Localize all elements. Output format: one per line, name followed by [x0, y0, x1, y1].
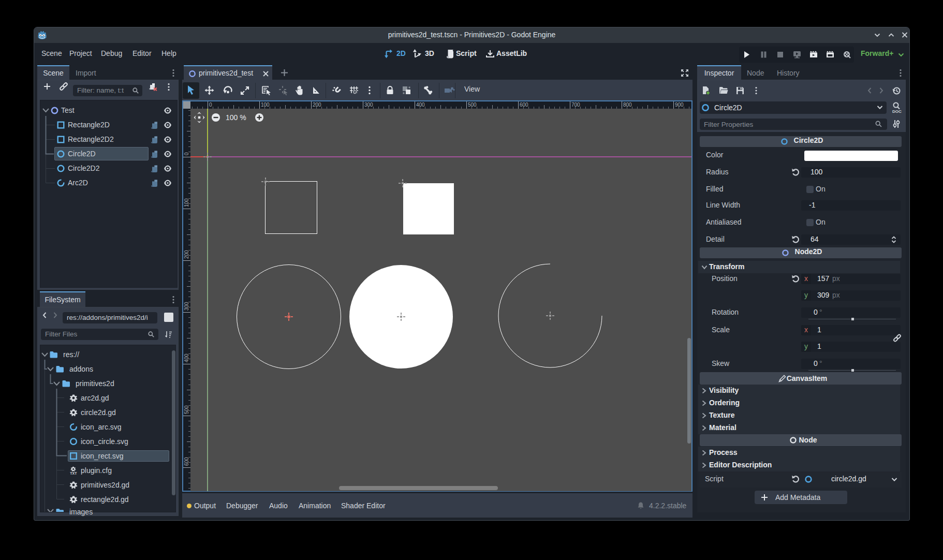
svg-text:100 %: 100 % — [226, 113, 246, 122]
svg-text:600: 600 — [184, 457, 189, 466]
svg-text:800: 800 — [623, 102, 632, 108]
svg-text:400: 400 — [184, 353, 189, 362]
svg-text:300: 300 — [184, 302, 189, 311]
svg-text:500: 500 — [184, 405, 189, 414]
svg-text:100: 100 — [261, 102, 270, 108]
svg-text:600: 600 — [520, 102, 528, 108]
svg-text:400: 400 — [416, 102, 425, 108]
svg-text:100: 100 — [184, 198, 189, 207]
svg-text:300: 300 — [364, 102, 373, 108]
svg-text:500: 500 — [468, 102, 477, 108]
svg-text:200: 200 — [184, 250, 189, 259]
svg-text:200: 200 — [313, 102, 321, 108]
svg-text:0: 0 — [184, 152, 189, 155]
svg-text:TXT: TXT — [70, 471, 77, 475]
svg-text:DOC: DOC — [892, 109, 902, 114]
svg-text:700: 700 — [571, 102, 580, 108]
svg-text:0: 0 — [209, 102, 212, 108]
svg-text:900: 900 — [675, 102, 684, 108]
